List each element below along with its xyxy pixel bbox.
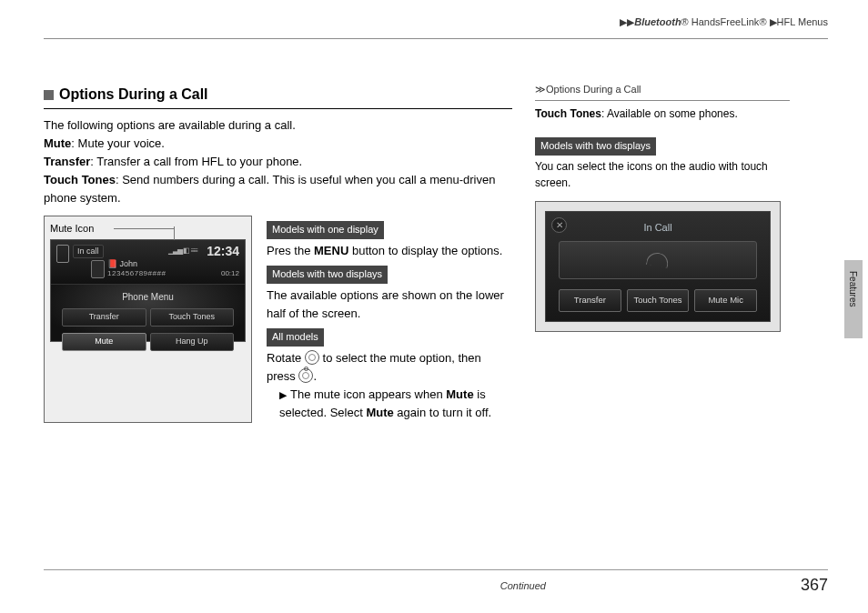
section-heading: Options During a Call: [44, 84, 512, 109]
btn-transfer-2: Transfer: [559, 289, 621, 312]
tag-all-models: All models: [267, 328, 324, 347]
header-rule: [44, 38, 828, 39]
btn-touch-tones-2: Touch Tones: [627, 289, 690, 312]
handset-icon: [646, 251, 670, 268]
sidenote-rule: [535, 100, 790, 101]
status-in-call: In call: [73, 245, 104, 259]
square-bullet-icon: [44, 90, 54, 100]
sidenote-tag: Models with two displays: [535, 137, 656, 156]
phone-icon: [56, 245, 69, 263]
clock-text: 12:34: [207, 242, 239, 262]
tag-two-displays: Models with two displays: [267, 266, 388, 284]
transfer-line: Transfer: Transfer a call from HFL to yo…: [44, 153, 512, 171]
caller-number: 123456789####: [107, 268, 166, 279]
sidenote-line2: You can select the icons on the audio wi…: [535, 158, 790, 192]
sidenote-heading: ≫Options During a Call: [535, 82, 790, 97]
page-number: 367: [801, 576, 828, 595]
screen-title: In Call: [546, 220, 770, 236]
one-display-body: Pres the MENU button to display the opti…: [267, 242, 512, 260]
tag-one-display: Models with one display: [267, 221, 384, 239]
callout-leader-line: [114, 228, 174, 229]
call-elapsed: 00:12: [221, 268, 239, 279]
sub-bullet: ▶The mute icon appears when Mute is sele…: [267, 386, 512, 422]
btn-mute-mic-2: Mute Mic: [694, 289, 757, 312]
rotary-knob-icon: [305, 350, 319, 365]
btn-mute: Mute: [62, 333, 146, 351]
handset-icon: [91, 260, 105, 278]
breadcrumb: ▶▶Bluetooth® HandsFreeLink® ▶HFL Menus: [620, 16, 828, 28]
btn-hang-up: Hang Up: [150, 333, 235, 351]
figure-phone-menu: Mute Icon In call ▁▃▅ ◧ ≡≡ 12:34 📕 John …: [44, 216, 252, 423]
two-displays-body: The available options are shown on the l…: [267, 286, 512, 323]
all-models-body: Rotate to select the mute option, then p…: [267, 349, 512, 386]
btn-transfer: Transfer: [62, 308, 146, 327]
section-tab-features: Features: [844, 260, 863, 338]
display-screenshot-1: In call ▁▃▅ ◧ ≡≡ 12:34 📕 John 123456789#…: [50, 239, 246, 342]
touchtones-line: Touch Tones: Send numbers during a call.…: [44, 171, 512, 207]
phone-menu-label: Phone Menu: [51, 285, 245, 305]
intro-text: The following options are available duri…: [44, 116, 512, 135]
signal-icons: ▁▃▅ ◧ ≡≡: [168, 246, 197, 256]
figure-touchscreen: ✕ In Call Transfer Touch Tones Mute Mic: [535, 201, 781, 332]
selector-press-icon: [298, 368, 313, 383]
sidenote-line1: Touch Tones: Available on some phones.: [535, 106, 790, 123]
btn-touch-tones: Touch Tones: [150, 308, 235, 327]
mute-line: Mute: Mute your voice.: [44, 135, 512, 153]
handset-button: [559, 241, 757, 279]
continued-label: Continued: [500, 580, 546, 591]
